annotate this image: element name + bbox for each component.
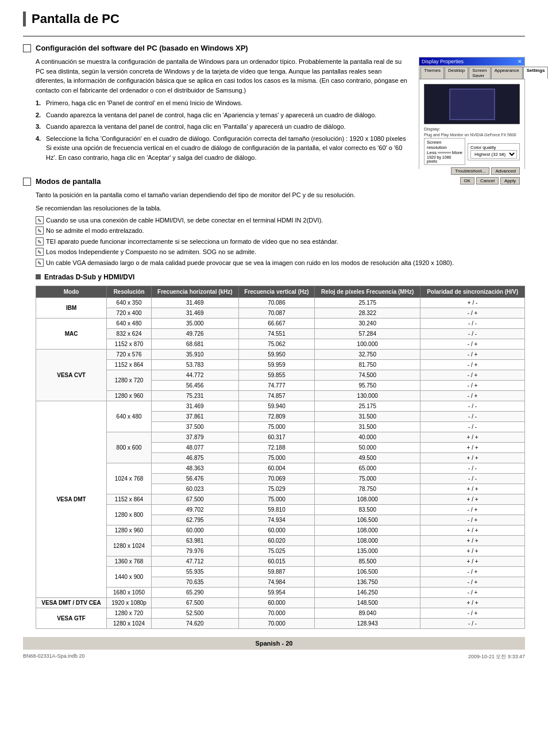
cell-fv: 59.940 [238,401,314,411]
cell-pol: - / + [420,504,525,515]
cell-resolution: 1280 x 1024 [107,618,152,628]
dp-color-select[interactable]: Highest (32 bit) [470,150,517,159]
dp-screen-res-box: Screen resolution Less More 1920 by 1080… [424,138,465,165]
step-2-text: Cuando aparezca la ventana del panel de … [46,110,376,120]
dp-title-text: Display Properties [422,59,464,64]
dp-monitor-inner [449,89,495,120]
cell-pol: - / - [420,473,525,483]
cell-resolution: 640 x 350 [107,297,152,308]
cell-pol: - / - [420,463,525,473]
modes-table: Modo Resolución Frecuencia horizontal (k… [36,286,525,629]
dp-troubleshoot-btn[interactable]: Troubleshoot... [451,167,489,175]
cell-fh: 49.702 [151,504,238,515]
cell-pol: + / + [420,535,525,546]
cell-clk: 31.500 [315,421,420,432]
cell-clk: 108.000 [315,494,420,504]
cell-fh: 60.000 [151,525,238,535]
cell-clk: 31.500 [315,411,420,421]
step-1-num: 1. [36,98,46,108]
cell-pol: - / + [420,380,525,390]
cell-fh: 67.500 [151,597,238,608]
cell-clk: 89.040 [315,608,420,618]
cell-fh: 67.500 [151,494,238,504]
cell-fv: 75.029 [238,483,314,494]
cell-fh: 48.363 [151,463,238,473]
cell-mode: IBM [36,297,107,318]
cell-fv: 59.887 [238,566,314,577]
cell-resolution: 1280 x 960 [107,525,152,535]
table-row: 1280 x 102463.98160.020108.000+ / + [36,535,525,546]
note-text-1: Cuando se usa una conexión de cable HDMI… [46,216,323,225]
footer-right-text: 2009-10-21 오전 9:33:47 [468,653,525,661]
cell-pol: + / + [420,556,525,566]
page-title: Pantalla de PC [23,11,525,26]
table-row: 1152 x 87068.68175.062100.000- / + [36,339,525,349]
th-resolution: Resolución [107,286,152,297]
cell-pol: - / + [420,608,525,618]
square-bullet-icon [36,274,41,279]
cell-resolution: 1280 x 720 [107,608,152,618]
table-row: 1280 x 96060.00060.000108.000+ / + [36,525,525,535]
dp-cancel-btn[interactable]: Cancel [476,177,499,185]
cell-pol: - / + [420,587,525,597]
th-clk: Reloj de píxeles Frecuencia (MHz) [315,286,420,297]
cell-fv: 75.000 [238,421,314,432]
cell-fv: 59.954 [238,587,314,597]
table-row: 1152 x 86467.50075.000108.000+ / + [36,494,525,504]
table-row: 1280 x 102474.62070.000128.943- / - [36,618,525,628]
table-row: VESA DMT / DTV CEA1920 x 1080p67.50060.0… [36,597,525,608]
table-row: 1280 x 72044.77259.85574.500- / + [36,370,525,380]
dp-advanced-btn[interactable]: Advanced [491,167,520,175]
step-1: 1. Primero, haga clic en 'Panel de contr… [36,98,410,108]
note-item-2: ✎ No se admite el modo entrelazado. [36,227,525,235]
dp-tabs: Themes Desktop Screen Saver Appearance S… [419,66,524,79]
cell-fv: 70.086 [238,297,314,308]
table-row: VESA DMT640 x 48031.46959.94025.175- / - [36,401,525,411]
cell-fv: 66.667 [238,318,314,328]
cell-fh: 37.861 [151,411,238,421]
cell-fh: 60.023 [151,483,238,494]
cell-resolution: 800 x 600 [107,432,152,463]
cell-pol: - / - [420,411,525,421]
table-row: 1680 x 105065.29059.954146.250- / + [36,587,525,597]
cell-fh: 37.500 [151,421,238,432]
cell-pol: - / + [420,359,525,370]
cell-fv: 59.810 [238,504,314,515]
cell-fv: 59.950 [238,349,314,359]
note-item-5: ✎ Un cable VGA demasiado largo o de mala… [36,259,525,267]
table-row: 1280 x 80049.70259.81083.500- / + [36,504,525,515]
dp-tab-themes: Themes [420,67,444,79]
step-2: 2. Cuando aparezca la ventana del panel … [36,110,410,120]
cell-resolution: 640 x 480 [107,401,152,432]
dp-ok-btn[interactable]: OK [460,177,475,185]
cell-mode: VESA DMT / DTV CEA [36,597,107,608]
cell-fh: 48.077 [151,442,238,452]
cell-pol: - / + [420,370,525,380]
table-row: 832 x 62449.72674.55157.284- / - [36,328,525,339]
cell-fv: 75.000 [238,494,314,504]
cell-clk: 106.500 [315,566,420,577]
cell-pol: + / - [420,297,525,308]
section1-content: A continuación se muestra la configuraci… [36,57,525,169]
cell-mode: VESA DMT [36,401,107,597]
cell-fh: 35.910 [151,349,238,359]
dp-apply-btn[interactable]: Apply [500,177,520,185]
footer-page-text: Spanish - 20 [256,640,293,647]
cell-fv: 70.000 [238,608,314,618]
footer-bar: Spanish - 20 [23,637,525,650]
cell-clk: 108.000 [315,525,420,535]
cell-pol: + / + [420,546,525,556]
cell-clk: 146.250 [315,587,420,597]
table-row: 1024 x 76848.36360.00465.000- / - [36,463,525,473]
note-text-5: Un cable VGA demasiado largo o de mala c… [46,259,454,267]
cell-fh: 47.712 [151,556,238,566]
th-fv: Frecuencia vertical (Hz) [238,286,314,297]
cell-fv: 75.025 [238,546,314,556]
table-row: MAC640 x 48035.00066.66730.240- / - [36,318,525,328]
cell-resolution: 1280 x 720 [107,370,152,390]
note-text-3: TEI aparato puede funcionar incorrectame… [46,237,338,246]
cell-clk: 130.000 [315,390,420,401]
cell-resolution: 1152 x 870 [107,339,152,349]
cell-clk: 49.500 [315,452,420,463]
cell-clk: 100.000 [315,339,420,349]
